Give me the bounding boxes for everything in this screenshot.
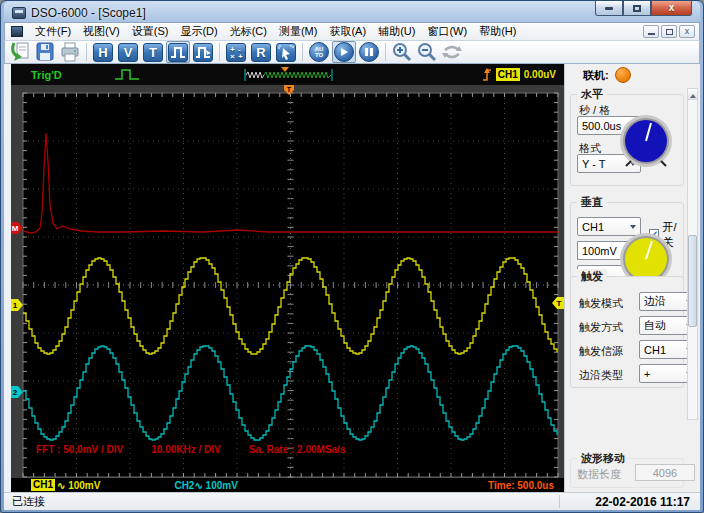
waveform-cursor-button[interactable] [191, 41, 215, 63]
close-icon: x [669, 3, 675, 13]
data-length-label: 数据长度 [577, 467, 621, 482]
trigger-source-badge: CH1 [496, 68, 520, 81]
scope-display: M12TT FFT : 50.0mV / DIV 10.00KHz / DIV … [11, 85, 564, 492]
trigger-status: Trig'D [31, 69, 62, 81]
menu-display[interactable]: 显示(D) [174, 22, 223, 41]
trigger-source-label: 触发信源 [579, 344, 623, 359]
timebase-readout: Time: 500.0us [488, 480, 554, 491]
toolbar: H V T +-×+ R AUTO [4, 40, 700, 64]
channel-bar: CH1 ∿ 100mV CH2∿ 100mV Time: 500.0us [11, 478, 564, 492]
data-length-field: 4096 [635, 464, 695, 481]
wave-move-group-title: 波形移动 [577, 451, 629, 466]
trigger-group: 触发 触发模式 边沿 触发方式 自动 触发信源 CH1 边沿类型 + [570, 276, 684, 388]
math-button[interactable]: +-×+ [224, 41, 248, 63]
zoom-in-icon [392, 42, 412, 62]
ref-button[interactable]: R [249, 41, 273, 63]
vertical-button[interactable]: V [116, 41, 140, 63]
math-icon: +-×+ [227, 44, 245, 60]
play-icon [339, 47, 349, 57]
menu-file[interactable]: 文件(F) [29, 22, 77, 41]
svg-text:+: + [238, 52, 243, 60]
status-bar: 已连接 22-02-2016 11:17 [4, 492, 700, 510]
open-icon [9, 41, 31, 63]
vertical-icon: V [118, 43, 138, 62]
minimize-button[interactable] [595, 1, 623, 16]
waveform-button[interactable] [166, 41, 190, 63]
child-minimize-button[interactable] [643, 25, 659, 38]
menu-cursor[interactable]: 光标(C) [224, 22, 273, 41]
online-indicator [615, 67, 631, 83]
run-button[interactable] [332, 41, 356, 63]
trigger-sweep-label: 触发方式 [579, 320, 623, 335]
app-window: DSO-6000 - [Scope1] x 文件(F) 视图(V) 设置(S) … [0, 0, 704, 513]
trigger-level-value: 0.00uV [524, 69, 556, 80]
trigger-status-bar: Trig'D CH1 0.00uV [11, 64, 564, 85]
ch2-scale[interactable]: CH2∿ 100mV [174, 480, 237, 491]
cursor-icon [277, 44, 295, 60]
settings-panel: 联机: 水平 秒 / 格 500.0us 格式 Y - T [564, 64, 700, 492]
edge-type-label: 边沿类型 [579, 368, 623, 383]
pulse-cursor-icon [194, 44, 212, 60]
svg-text:M: M [12, 224, 19, 233]
menu-window[interactable]: 窗口(W) [421, 22, 473, 41]
save-icon [34, 41, 56, 63]
title-bar: DSO-6000 - [Scope1] x [4, 1, 700, 22]
svg-text:1: 1 [13, 301, 18, 310]
menu-utility[interactable]: 辅助(U) [372, 22, 421, 41]
waveform-graticule: M12TT [11, 85, 564, 478]
close-button[interactable]: x [651, 1, 692, 16]
horizontal-group-title: 水平 [577, 87, 607, 102]
menu-measure[interactable]: 测量(M) [273, 22, 324, 41]
auto-button[interactable]: AUTO [307, 41, 331, 63]
horizontal-knob[interactable] [617, 113, 675, 173]
restore-icon [633, 5, 641, 12]
cursor-button[interactable] [274, 41, 298, 63]
menu-settings[interactable]: 设置(S) [126, 22, 175, 41]
svg-text:2: 2 [13, 388, 18, 397]
child-restore-button[interactable] [661, 25, 677, 38]
sync-button[interactable] [440, 41, 464, 63]
ch1-badge[interactable]: CH1 [31, 479, 55, 491]
open-button[interactable] [8, 41, 32, 63]
online-label: 联机: [583, 68, 609, 83]
pause-button[interactable] [357, 41, 381, 63]
window-title: DSO-6000 - [Scope1] [31, 6, 146, 20]
zoom-out-icon [417, 42, 437, 62]
pause-icon [364, 47, 374, 57]
sync-icon [442, 44, 462, 60]
scroll-up-icon[interactable] [688, 89, 697, 100]
print-icon [59, 41, 81, 63]
pulse-mode-icon [114, 67, 140, 82]
ref-icon: R [251, 43, 271, 62]
horizontal-button[interactable]: H [91, 41, 115, 63]
menu-acquire[interactable]: 获取(A) [323, 22, 372, 41]
minimize-icon [605, 7, 613, 10]
connection-status: 已连接 [12, 494, 45, 509]
trigger-icon: T [143, 43, 163, 62]
menu-help[interactable]: 帮助(H) [473, 22, 522, 41]
panel-scrollbar[interactable] [687, 88, 698, 420]
child-close-button[interactable]: x [679, 25, 695, 38]
zoom-out-button[interactable] [415, 41, 439, 63]
trigger-group-title: 触发 [577, 269, 607, 284]
datetime: 22-02-2016 11:17 [595, 495, 690, 509]
svg-text:T: T [287, 86, 292, 93]
trigger-mode-label: 触发模式 [579, 296, 623, 311]
svg-text:×: × [230, 52, 235, 60]
wave-move-group: 波形移动 数据长度 4096 [570, 458, 684, 488]
horizontal-icon: H [93, 43, 113, 62]
vertical-group-title: 垂直 [577, 195, 607, 210]
restore-button[interactable] [623, 1, 651, 16]
print-button[interactable] [58, 41, 82, 63]
scrollbar-thumb[interactable] [688, 235, 697, 327]
svg-text:T: T [557, 299, 562, 308]
pulse-icon [169, 44, 187, 60]
zoom-in-button[interactable] [390, 41, 414, 63]
fft-readout: FFT : 50.0mV / DIV 10.00KHz / DIV Sa. Ra… [36, 444, 345, 455]
menu-view[interactable]: 视图(V) [77, 22, 126, 41]
app-icon [12, 7, 26, 19]
save-button[interactable] [33, 41, 57, 63]
horizontal-group: 水平 秒 / 格 500.0us 格式 Y - T [570, 94, 684, 186]
trigger-button[interactable]: T [141, 41, 165, 63]
ch1-scale: ∿ 100mV [57, 480, 100, 491]
